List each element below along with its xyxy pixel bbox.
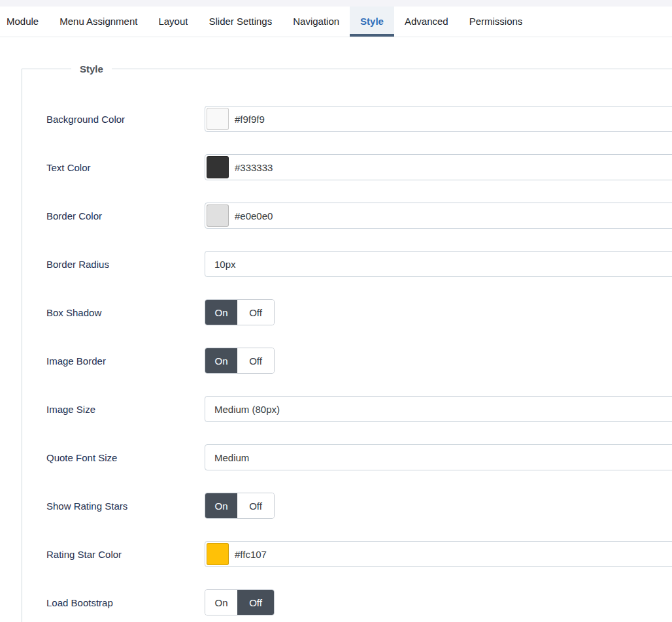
style-form: Background Color#f9f9f9Text Color#333333… — [46, 106, 672, 615]
form-row-show-rating-stars: Show Rating StarsOnOff — [46, 493, 672, 519]
background-color-control: #f9f9f9 — [205, 106, 672, 132]
load-bootstrap-control: OnOff — [205, 589, 672, 615]
border-radius-label: Border Radius — [46, 259, 205, 270]
image-border-label: Image Border — [46, 355, 205, 367]
border-radius-input[interactable]: 10px — [205, 251, 672, 277]
border-radius-value: 10px — [214, 259, 236, 270]
background-color-label: Background Color — [46, 114, 205, 125]
panel-legend: Style — [71, 63, 112, 74]
border-color-control: #e0e0e0 — [205, 203, 672, 229]
show-rating-stars-control: OnOff — [205, 493, 672, 519]
tab-style[interactable]: Style — [350, 7, 394, 37]
text-color-swatch[interactable] — [207, 156, 229, 178]
show-rating-stars-off-button[interactable]: Off — [237, 493, 274, 518]
form-row-image-border: Image BorderOnOff — [46, 348, 672, 374]
box-shadow-off-button[interactable]: Off — [237, 300, 274, 325]
text-color-input[interactable]: #333333 — [205, 154, 672, 180]
background-color-input[interactable]: #f9f9f9 — [205, 106, 672, 132]
tab-slider-settings[interactable]: Slider Settings — [198, 7, 282, 37]
text-color-value: #333333 — [235, 162, 273, 173]
quote-font-size-value: Medium — [214, 452, 249, 463]
tab-module[interactable]: Module — [0, 7, 49, 37]
form-row-border-radius: Border Radius10px — [46, 251, 672, 277]
form-row-box-shadow: Box ShadowOnOff — [46, 299, 672, 325]
tab-menu-assignment[interactable]: Menu Assignment — [49, 7, 148, 37]
style-panel: Style Background Color#f9f9f9Text Color#… — [22, 63, 672, 622]
quote-font-size-select[interactable]: Medium — [205, 444, 672, 470]
image-size-control: Medium (80px) — [205, 396, 672, 422]
form-row-rating-star-color: Rating Star Color#ffc107 — [46, 541, 672, 567]
form-row-load-bootstrap: Load BootstrapOnOff — [46, 589, 672, 615]
image-border-off-button[interactable]: Off — [237, 348, 274, 373]
text-color-control: #333333 — [205, 154, 672, 180]
load-bootstrap-on-button[interactable]: On — [205, 590, 237, 615]
box-shadow-control: OnOff — [205, 299, 672, 325]
show-rating-stars-toggle: OnOff — [205, 493, 275, 519]
tab-bar: ModuleMenu AssignmentLayoutSlider Settin… — [0, 7, 672, 37]
box-shadow-label: Box Shadow — [46, 307, 205, 318]
rating-star-color-control: #ffc107 — [205, 541, 672, 567]
quote-font-size-control: Medium — [205, 444, 672, 470]
border-radius-control: 10px — [205, 251, 672, 277]
border-color-input[interactable]: #e0e0e0 — [205, 203, 672, 229]
background-color-swatch[interactable] — [207, 108, 229, 130]
border-color-value: #e0e0e0 — [235, 210, 273, 221]
rating-star-color-swatch[interactable] — [207, 543, 229, 565]
tab-advanced[interactable]: Advanced — [394, 7, 459, 37]
form-row-border-color: Border Color#e0e0e0 — [46, 203, 672, 229]
image-border-control: OnOff — [205, 348, 672, 374]
tab-permissions[interactable]: Permissions — [459, 7, 533, 37]
image-size-value: Medium (80px) — [214, 404, 280, 415]
tab-navigation[interactable]: Navigation — [282, 7, 350, 37]
form-row-text-color: Text Color#333333 — [46, 154, 672, 180]
image-size-label: Image Size — [46, 404, 205, 415]
box-shadow-toggle: OnOff — [205, 299, 275, 325]
rating-star-color-value: #ffc107 — [235, 549, 267, 560]
rating-star-color-label: Rating Star Color — [46, 549, 205, 560]
rating-star-color-input[interactable]: #ffc107 — [205, 541, 672, 567]
border-color-label: Border Color — [46, 210, 205, 221]
text-color-label: Text Color — [46, 162, 205, 173]
load-bootstrap-off-button[interactable]: Off — [237, 590, 274, 615]
form-row-image-size: Image SizeMedium (80px) — [46, 396, 672, 422]
form-row-quote-font-size: Quote Font SizeMedium — [46, 444, 672, 470]
quote-font-size-label: Quote Font Size — [46, 452, 205, 463]
show-rating-stars-on-button[interactable]: On — [205, 493, 237, 518]
load-bootstrap-toggle: OnOff — [205, 589, 275, 615]
image-border-on-button[interactable]: On — [205, 348, 237, 373]
load-bootstrap-label: Load Bootstrap — [46, 597, 205, 608]
box-shadow-on-button[interactable]: On — [205, 300, 237, 325]
image-size-select[interactable]: Medium (80px) — [205, 396, 672, 422]
border-color-swatch[interactable] — [207, 205, 229, 227]
form-row-background-color: Background Color#f9f9f9 — [46, 106, 672, 132]
top-strip — [0, 0, 672, 7]
show-rating-stars-label: Show Rating Stars — [46, 500, 205, 512]
background-color-value: #f9f9f9 — [235, 114, 265, 125]
image-border-toggle: OnOff — [205, 348, 275, 374]
tab-layout[interactable]: Layout — [148, 7, 198, 37]
